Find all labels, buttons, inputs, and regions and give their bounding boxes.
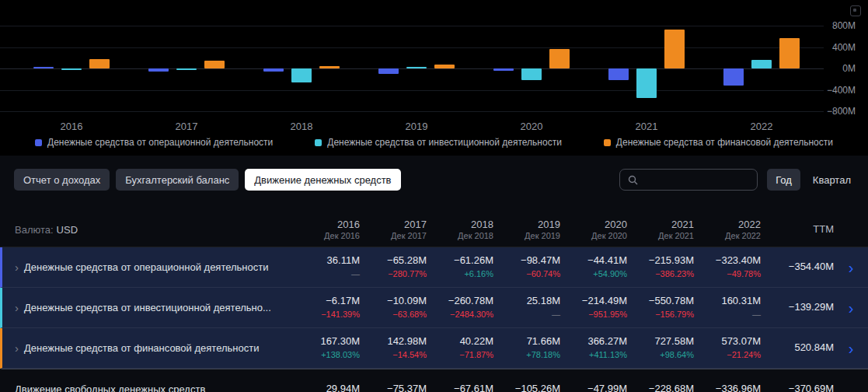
cell-value: −139.29M [761,301,834,314]
search-icon [628,175,638,185]
cell-financing-2017: 142.98M−14.54% [360,335,427,360]
cell-value: −105.26M [493,383,560,392]
bar-investing-2017 [176,68,197,70]
table-row-free-cash-flow[interactable]: Движение свободных денежных средств29.94… [0,369,868,392]
cell-operating-TTM: −354.40M [761,261,834,274]
bar-financing-2021 [664,30,685,68]
column-year: TTM [761,223,834,236]
x-axis-label: 2019 [406,121,428,132]
tab-cash-flow[interactable]: Движение денежных средств [245,169,400,191]
cell-free-cash-flow-2020: −47.99M [560,383,627,392]
bar-operating-2020 [493,68,514,71]
tab-balance-sheet[interactable]: Бухгалтерский баланс [116,169,239,191]
cell-financing-2021: 727.58M+98.64% [627,335,694,360]
table-row-investing[interactable]: ›Денежные средства от инвестиционной дея… [0,288,868,328]
cell-financing-2018: 40.22M−71.87% [427,335,493,360]
bar-financing-2022 [779,38,800,68]
expand-chevron-icon[interactable]: › [15,261,19,273]
cell-value: 727.58M [627,335,694,348]
cell-value: 520.84M [761,341,834,355]
cell-value: 71.66M [493,335,560,348]
cell-free-cash-flow-2018: −67.61M [427,383,493,392]
cell-change-percent: +54.90% [560,268,627,279]
cell-value: 573.07M [694,335,761,348]
row-open-chevron-icon[interactable]: › [834,300,868,316]
financials-table: Валюта:USD 2016Дек 20162017Дек 20172018Д… [0,213,868,392]
tabs-group: Отчет о доходахБухгалтерский балансДвиже… [14,169,401,191]
toolbar-right-group: Год Квартал [619,169,854,191]
cell-value: 25.18M [493,295,560,308]
row-label-cell: ›Денежные средства от финансовой деятель… [2,342,293,354]
search-box[interactable] [619,169,758,191]
column-subperiod: Дек 2018 [427,231,493,242]
cell-operating-2019: −98.47M−60.74% [493,254,560,279]
row-open-chevron-icon[interactable]: › [834,341,868,356]
chart-options-icon[interactable] [850,5,861,16]
cell-change-percent: +98.64% [627,349,694,360]
cell-change-percent: −280.77% [360,268,427,279]
cell-value: 366.27M [560,335,627,348]
column-year: 2020 [560,219,627,231]
row-open-chevron-icon[interactable]: › [834,260,868,275]
y-axis-label: 800M [832,20,856,31]
expand-chevron-icon[interactable]: › [15,342,19,354]
period-year-button[interactable]: Год [767,169,800,191]
row-label: Движение свободных денежных средств [15,383,205,392]
row-label-cell: ›Денежные средства от операционной деяте… [2,261,293,273]
cell-change-percent: −21.24% [694,349,761,360]
column-subperiod: Дек 2020 [560,231,627,242]
gridline [0,111,824,112]
tab-income-statement[interactable]: Отчет о доходах [14,169,110,191]
bar-investing-2018 [291,68,312,82]
bar-investing-2016 [61,68,82,70]
cell-financing-2020: 366.27M+411.13% [560,335,627,360]
bar-investing-2022 [751,60,772,68]
bar-operating-2021 [608,68,629,80]
legend-investing: Денежные средства от инвестиционной деят… [315,137,562,148]
cell-operating-2017: −65.28M−280.77% [360,254,427,279]
table-row-operating[interactable]: ›Денежные средства от операционной деяте… [0,247,868,288]
cell-investing-TTM: −139.29M [761,301,834,314]
cell-change-percent: −71.87% [427,349,493,360]
legend-label: Денежные средства от финансовой деятельн… [616,137,833,148]
bar-operating-2019 [378,68,399,74]
bar-financing-2017 [204,61,225,68]
cell-change-percent: −60.74% [493,268,560,279]
cell-value: 167.30M [293,335,360,348]
y-axis-label: 400M [832,42,856,53]
chart-plot[interactable]: 800M400M0M−400M−800M [0,0,868,117]
cell-value: −323.40M [694,254,761,268]
y-axis-label: 0M [842,63,856,74]
column-year: 2018 [427,219,493,231]
column-header-2020: 2020Дек 2020 [560,219,627,242]
cell-investing-2016: −6.17M−141.39% [293,295,360,320]
column-header-2022: 2022Дек 2022 [694,219,761,242]
cell-investing-2018: −260.78M−2484.30% [427,295,493,320]
row-label: Денежные средства от операционной деятел… [24,261,269,273]
cell-value: −67.61M [427,383,493,392]
expand-chevron-icon[interactable]: › [15,302,19,313]
legend-swatch-operating [35,139,42,146]
column-subperiod: Дек 2019 [493,231,560,242]
x-axis-label: 2016 [61,121,83,132]
table-row-financing[interactable]: ›Денежные средства от финансовой деятель… [0,328,868,369]
bar-investing-2020 [521,68,542,80]
cell-operating-2021: −215.93M−386.23% [627,254,694,279]
cell-free-cash-flow-TTM: −370.69M [761,383,834,392]
cell-operating-2022: −323.40M−49.78% [694,254,761,279]
cell-value: 142.98M [360,335,427,348]
search-input[interactable] [643,173,749,187]
period-quarter-button[interactable]: Квартал [810,174,854,186]
row-label: Денежные средства от финансовой деятельн… [24,342,259,354]
column-header-2021: 2021Дек 2021 [627,219,694,242]
cell-value: 40.22M [427,335,493,348]
gridline [0,90,824,91]
x-axis-label: 2021 [636,121,658,132]
cell-free-cash-flow-2019: −105.26M [493,383,560,392]
cell-financing-2016: 167.30M+138.03% [293,335,360,360]
cell-value: −354.40M [761,261,834,274]
bar-investing-2021 [636,68,657,98]
cell-change-percent: +78.18% [493,349,560,360]
x-axis-label: 2022 [751,121,773,132]
cell-value: −260.78M [427,295,493,308]
